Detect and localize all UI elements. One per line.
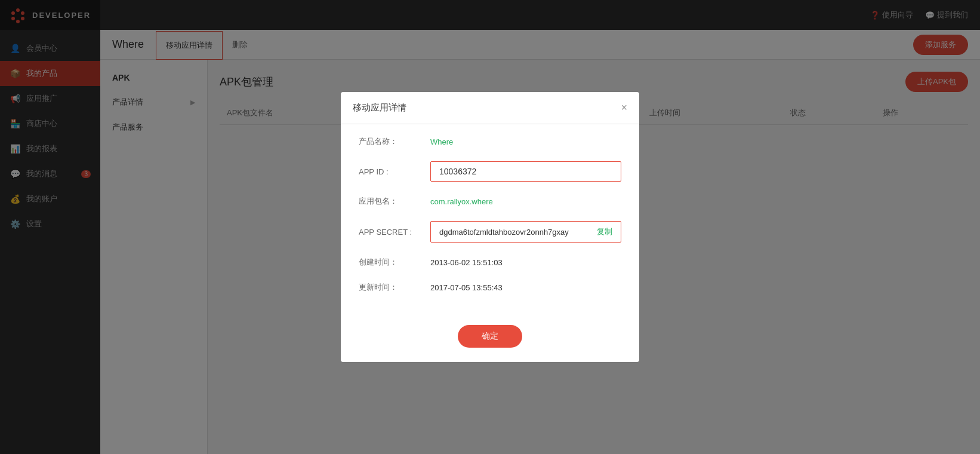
app-package-row: 应用包名： com.rallyox.where (359, 196, 621, 207)
copy-button[interactable]: 复制 (597, 226, 612, 237)
create-time-value: 2013-06-02 15:51:03 (430, 258, 503, 267)
create-time-label: 创建时间： (359, 257, 430, 268)
app-secret-label: APP SECRET : (359, 228, 430, 237)
app-secret-value: dgdma6tofzmldtahbozovr2onnh7gxay (439, 228, 569, 237)
update-time-row: 更新时间： 2017-07-05 13:55:43 (359, 282, 621, 293)
modal-body: 产品名称： Where APP ID : 10036372 应用包名： com.… (341, 124, 639, 325)
app-secret-box: dgdma6tofzmldtahbozovr2onnh7gxay 复制 (430, 221, 621, 243)
product-name-value: Where (430, 137, 453, 146)
app-package-label: 应用包名： (359, 196, 430, 207)
product-name-label: 产品名称： (359, 136, 430, 147)
modal-dialog: 移动应用详情 × 产品名称： Where APP ID : 10036372 应… (341, 92, 639, 362)
modal-close-button[interactable]: × (621, 102, 627, 114)
app-id-value: 10036372 (430, 161, 621, 182)
app-package-value: com.rallyox.where (430, 197, 493, 206)
app-id-label: APP ID : (359, 167, 430, 176)
update-time-label: 更新时间： (359, 282, 430, 293)
product-name-row: 产品名称： Where (359, 136, 621, 147)
create-time-row: 创建时间： 2013-06-02 15:51:03 (359, 257, 621, 268)
modal-title: 移动应用详情 (353, 102, 406, 114)
modal-header: 移动应用详情 × (341, 92, 639, 124)
modal-overlay: 移动应用详情 × 产品名称： Where APP ID : 10036372 应… (0, 0, 980, 454)
app-secret-row: APP SECRET : dgdma6tofzmldtahbozovr2onnh… (359, 221, 621, 243)
update-time-value: 2017-07-05 13:55:43 (430, 283, 503, 292)
modal-footer: 确定 (341, 325, 639, 362)
confirm-button[interactable]: 确定 (458, 325, 522, 348)
app-id-row: APP ID : 10036372 (359, 161, 621, 182)
